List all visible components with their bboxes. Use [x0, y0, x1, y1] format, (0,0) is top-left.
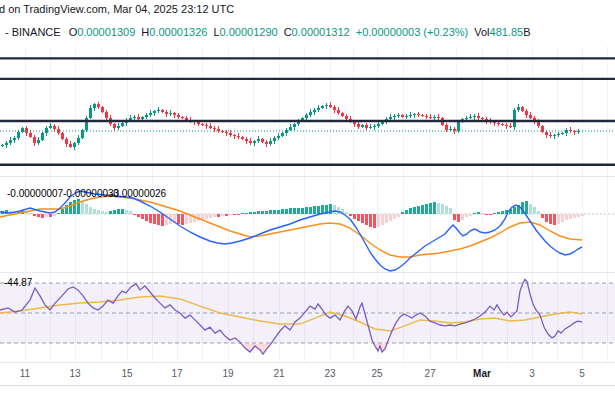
svg-text:19: 19	[222, 368, 234, 379]
published-chart-page: d on TradingView.com, Mar 04, 2025 23:12…	[0, 0, 615, 410]
svg-text:Mar: Mar	[473, 368, 491, 379]
svg-text:13: 13	[69, 368, 81, 379]
svg-text:15: 15	[121, 368, 133, 379]
svg-text:23: 23	[324, 368, 336, 379]
svg-text:3: 3	[529, 368, 535, 379]
svg-text:5: 5	[579, 368, 585, 379]
svg-text:11: 11	[20, 368, 31, 379]
chart-canvas: 111315171921232527Mar35	[0, 0, 615, 410]
svg-text:27: 27	[424, 368, 436, 379]
oscillator-value-label: -44.87	[4, 277, 32, 288]
macd-hist-value: -0.00000007	[7, 188, 63, 199]
macd-signal-value: -0.00000026	[110, 188, 166, 199]
svg-text:25: 25	[371, 368, 383, 379]
svg-text:17: 17	[171, 368, 183, 379]
svg-text:21: 21	[273, 368, 285, 379]
